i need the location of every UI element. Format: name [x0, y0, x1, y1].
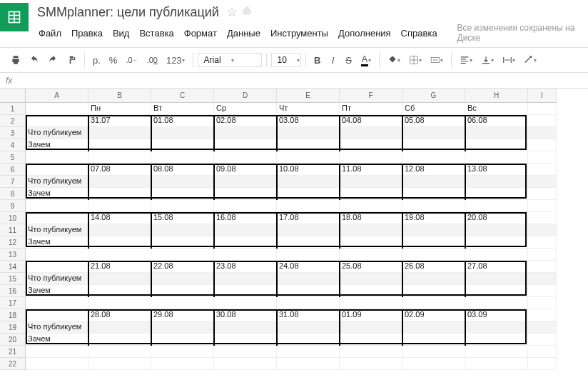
cell[interactable]: [88, 334, 151, 346]
cell[interactable]: [88, 151, 151, 164]
column-header[interactable]: D: [214, 89, 277, 103]
cell[interactable]: [88, 127, 151, 139]
cell[interactable]: 05.08: [402, 115, 465, 127]
cell[interactable]: [214, 200, 277, 212]
cell[interactable]: 11.08: [340, 164, 402, 176]
row-header[interactable]: 7: [0, 176, 26, 188]
cell[interactable]: [214, 273, 277, 285]
row-header[interactable]: 9: [0, 200, 26, 212]
cell[interactable]: 19.08: [402, 212, 465, 224]
text-color-button[interactable]: A ▾: [358, 51, 375, 69]
menu-data[interactable]: Данные: [227, 28, 260, 39]
cell[interactable]: [88, 139, 151, 151]
row-header[interactable]: 14: [0, 261, 26, 273]
cell[interactable]: [277, 224, 340, 236]
menu-view[interactable]: Вид: [113, 28, 130, 39]
cell[interactable]: [214, 346, 277, 358]
menu-edit[interactable]: Правка: [71, 28, 103, 39]
formula-bar[interactable]: fx: [0, 73, 588, 89]
cell[interactable]: [151, 127, 214, 139]
cell[interactable]: 03.09: [465, 309, 528, 321]
cell[interactable]: [214, 127, 277, 139]
cell[interactable]: [26, 249, 88, 261]
cell[interactable]: [340, 200, 402, 212]
cell[interactable]: [151, 139, 214, 151]
menu-file[interactable]: Файл: [39, 28, 61, 39]
cell[interactable]: Пн: [88, 103, 151, 115]
cell[interactable]: [277, 249, 340, 261]
cell[interactable]: [402, 151, 465, 164]
cell[interactable]: [465, 273, 528, 285]
row-header[interactable]: 8: [0, 188, 26, 200]
sheet-body[interactable]: ПнВтСрЧтПтСбВс31.0701.0802.0803.0804.080…: [26, 103, 588, 370]
column-header[interactable]: C: [151, 89, 214, 103]
cell[interactable]: [88, 346, 151, 358]
row-header[interactable]: 12: [0, 236, 26, 249]
cell[interactable]: Зачем: [26, 188, 88, 200]
cell[interactable]: [277, 151, 340, 164]
cell[interactable]: 30.08: [214, 309, 277, 321]
cell[interactable]: [88, 297, 151, 309]
cell[interactable]: [340, 176, 402, 188]
cell[interactable]: [528, 297, 557, 309]
cell[interactable]: Чт: [277, 103, 340, 115]
cell[interactable]: [277, 358, 340, 370]
cell[interactable]: [528, 334, 557, 346]
cell[interactable]: [88, 273, 151, 285]
cell[interactable]: [465, 127, 528, 139]
cell[interactable]: [88, 236, 151, 249]
menu-tools[interactable]: Инструменты: [270, 28, 328, 39]
cell[interactable]: [340, 297, 402, 309]
row-header[interactable]: 11: [0, 224, 26, 236]
cell[interactable]: 06.08: [465, 115, 528, 127]
cell[interactable]: [277, 188, 340, 200]
cell[interactable]: [151, 249, 214, 261]
cell[interactable]: [340, 334, 402, 346]
cell[interactable]: [402, 321, 465, 334]
cell[interactable]: [277, 176, 340, 188]
cell[interactable]: [277, 273, 340, 285]
cell[interactable]: [151, 273, 214, 285]
menu-addons[interactable]: Дополнения: [338, 28, 391, 39]
cell[interactable]: [214, 176, 277, 188]
merge-button[interactable]: ▾: [427, 52, 447, 68]
cell[interactable]: [528, 139, 557, 151]
cell[interactable]: [465, 188, 528, 200]
number-format-button[interactable]: 123 ▾: [163, 52, 188, 69]
cell[interactable]: [214, 188, 277, 200]
menu-insert[interactable]: Вставка: [139, 28, 173, 39]
row-header[interactable]: 10: [0, 212, 26, 224]
cell[interactable]: [277, 139, 340, 151]
cell[interactable]: [277, 236, 340, 249]
column-header[interactable]: A: [26, 89, 88, 103]
cell[interactable]: [465, 151, 528, 164]
cell[interactable]: [88, 188, 151, 200]
cell[interactable]: [277, 297, 340, 309]
cell[interactable]: [88, 224, 151, 236]
cell[interactable]: [340, 151, 402, 164]
cell[interactable]: Ср: [214, 103, 277, 115]
cell[interactable]: 29.08: [151, 309, 214, 321]
cell[interactable]: [528, 200, 557, 212]
print-button[interactable]: [7, 52, 24, 68]
cell[interactable]: [340, 358, 402, 370]
cell[interactable]: 27.08: [465, 261, 528, 273]
cell[interactable]: 17.08: [277, 212, 340, 224]
app-logo[interactable]: [0, 3, 29, 31]
cell[interactable]: [402, 334, 465, 346]
cell[interactable]: 15.08: [151, 212, 214, 224]
cell[interactable]: [465, 358, 528, 370]
cell[interactable]: [340, 127, 402, 139]
cell[interactable]: [402, 297, 465, 309]
font-size-select[interactable]: 10▾: [271, 53, 301, 67]
cell[interactable]: [340, 224, 402, 236]
cell[interactable]: [402, 236, 465, 249]
cell[interactable]: [151, 236, 214, 249]
cell[interactable]: [214, 297, 277, 309]
cell[interactable]: [402, 358, 465, 370]
column-header[interactable]: F: [340, 89, 402, 103]
cell[interactable]: [26, 358, 88, 370]
cell[interactable]: [214, 139, 277, 151]
cell[interactable]: [402, 273, 465, 285]
spreadsheet-grid[interactable]: 12345678910111213141516171819202122 ABCD…: [0, 89, 588, 377]
